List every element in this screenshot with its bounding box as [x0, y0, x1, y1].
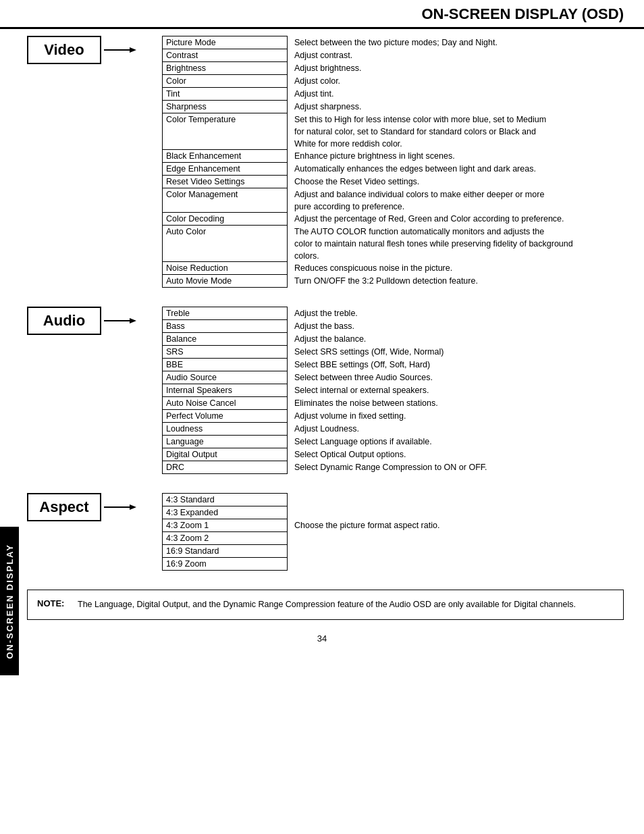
table-row: Reset Video Settings Choose the Reset Vi… [163, 176, 624, 188]
item-desc: Automatically enhances the edges between… [288, 163, 624, 176]
item-desc: Turn ON/OFF the 3:2 Pulldown detection f… [288, 275, 624, 288]
table-row: Picture Mode Select between the two pict… [163, 36, 624, 49]
item-name: Color Temperature [163, 113, 288, 150]
table-row: Color Adjust color. [163, 75, 624, 88]
item-name: 4:3 Zoom 2 [163, 532, 288, 545]
table-row: 4:3 Standard [163, 494, 624, 506]
svg-marker-3 [130, 318, 136, 323]
aspect-label-wrap: Aspect [27, 493, 162, 521]
item-desc: Adjust and balance individual colors to … [288, 188, 624, 201]
item-desc [288, 558, 624, 571]
item-name: Perfect Volume [163, 410, 288, 423]
item-desc: Adjust the treble. [288, 307, 624, 320]
arrow-right-icon [104, 315, 136, 326]
item-name: Picture Mode [163, 36, 288, 49]
item-name: Auto Color [163, 226, 288, 262]
item-name: Internal Speakers [163, 384, 288, 397]
item-name: 16:9 Zoom [163, 558, 288, 571]
arrow-right-icon [104, 45, 136, 55]
item-name: Edge Enhancement [163, 163, 288, 176]
table-row: Treble Adjust the treble. [163, 307, 624, 320]
table-row: Black Enhancement Enhance picture bright… [163, 150, 624, 163]
note-label: NOTE: [37, 598, 71, 608]
side-tab-text: ON-SCREEN DISPLAY [5, 544, 15, 659]
table-row: Auto Noise Cancel Eliminates the noise b… [163, 397, 624, 410]
item-desc: Adjust the balance. [288, 333, 624, 346]
table-row: Noise Reduction Reduces conspicuous nois… [163, 262, 624, 275]
item-desc: Select Language options if available. [288, 436, 624, 448]
table-row: 4:3 Expanded [163, 506, 624, 519]
item-desc [288, 532, 624, 545]
item-desc: Select between three Audio Sources. [288, 371, 624, 384]
item-desc: Reduces conspicuous noise in the picture… [288, 262, 624, 275]
aspect-arrow [104, 502, 136, 513]
table-row: Loudness Adjust Loudness. [163, 423, 624, 436]
item-desc: Select BBE settings (Off, Soft, Hard) [288, 359, 624, 371]
aspect-label: Aspect [27, 493, 101, 521]
content-area: Video Picture Mode Select between the tw… [0, 36, 644, 571]
item-desc: Adjust color. [288, 75, 624, 88]
aspect-section: Aspect 4:3 Standard 4:3 Expanded [27, 493, 624, 571]
item-desc: color to maintain natural flesh tones wh… [288, 238, 624, 250]
item-name: Audio Source [163, 371, 288, 384]
item-name: 4:3 Expanded [163, 506, 288, 519]
item-name: Bass [163, 320, 288, 333]
aspect-table-wrap: 4:3 Standard 4:3 Expanded 4:3 Zoom 1 Cho… [162, 493, 624, 571]
item-name: 4:3 Standard [163, 494, 288, 506]
table-row: 4:3 Zoom 2 [163, 532, 624, 545]
item-name: 16:9 Standard [163, 545, 288, 558]
table-row: Brightness Adjust brightness. [163, 62, 624, 75]
table-row: Sharpness Adjust sharpness. [163, 101, 624, 113]
arrow-right-icon [104, 502, 136, 513]
item-desc: Adjust brightness. [288, 62, 624, 75]
item-name: 4:3 Zoom 1 [163, 519, 288, 532]
item-desc: Choose the Reset Video settings. [288, 176, 624, 188]
table-row: Internal Speakers Select internal or ext… [163, 384, 624, 397]
page-title: ON-SCREEN DISPLAY (OSD) [422, 5, 624, 22]
item-name: BBE [163, 359, 288, 371]
item-desc: colors. [288, 250, 624, 262]
item-desc: Select internal or external speakers. [288, 384, 624, 397]
item-name: Black Enhancement [163, 150, 288, 163]
item-desc [288, 494, 624, 506]
item-desc: Adjust tint. [288, 88, 624, 101]
table-row: SRS Select SRS settings (Off, Wide, Norm… [163, 346, 624, 359]
item-name: DRC [163, 461, 288, 474]
item-desc: The AUTO COLOR function automatically mo… [288, 226, 624, 238]
table-row: Digital Output Select Optical Output opt… [163, 448, 624, 461]
item-desc: pure according to preference. [288, 201, 624, 213]
item-desc: Select Dynamic Range Compression to ON o… [288, 461, 624, 474]
item-desc: Adjust volume in fixed setting. [288, 410, 624, 423]
page-number: 34 [0, 633, 644, 650]
note-section: NOTE: The Language, Digital Output, and … [27, 590, 624, 620]
item-desc: Eliminates the noise between stations. [288, 397, 624, 410]
audio-label-wrap: Audio [27, 307, 162, 335]
item-name: Color Management [163, 188, 288, 213]
item-name: Contrast [163, 49, 288, 62]
video-table: Picture Mode Select between the two pict… [162, 36, 624, 288]
item-name: SRS [163, 346, 288, 359]
table-row: Contrast Adjust contrast. [163, 49, 624, 62]
item-desc: Enhance picture brightness in light scen… [288, 150, 624, 163]
item-desc: Set this to High for less intense color … [288, 113, 624, 126]
item-desc: for natural color, set to Standard for s… [288, 126, 624, 138]
item-desc: Adjust contrast. [288, 49, 624, 62]
item-name: Color [163, 75, 288, 88]
audio-table-wrap: Treble Adjust the treble. Bass Adjust th… [162, 307, 624, 474]
item-name: Language [163, 436, 288, 448]
table-row: Audio Source Select between three Audio … [163, 371, 624, 384]
table-row: 4:3 Zoom 1 Choose the picture format asp… [163, 519, 624, 532]
table-row: Auto Movie Mode Turn ON/OFF the 3:2 Pull… [163, 275, 624, 288]
table-row: Edge Enhancement Automatically enhances … [163, 163, 624, 176]
table-row: Balance Adjust the balance. [163, 333, 624, 346]
item-name: Color Decoding [163, 213, 288, 226]
item-name: Auto Movie Mode [163, 275, 288, 288]
item-name: Brightness [163, 62, 288, 75]
page-header: ON-SCREEN DISPLAY (OSD) [0, 0, 644, 29]
item-name: Loudness [163, 423, 288, 436]
table-row: Language Select Language options if avai… [163, 436, 624, 448]
item-desc: Choose the picture format aspect ratio. [288, 519, 624, 532]
item-name: Reset Video Settings [163, 176, 288, 188]
table-row: 16:9 Zoom [163, 558, 624, 571]
aspect-table: 4:3 Standard 4:3 Expanded 4:3 Zoom 1 Cho… [162, 493, 624, 571]
